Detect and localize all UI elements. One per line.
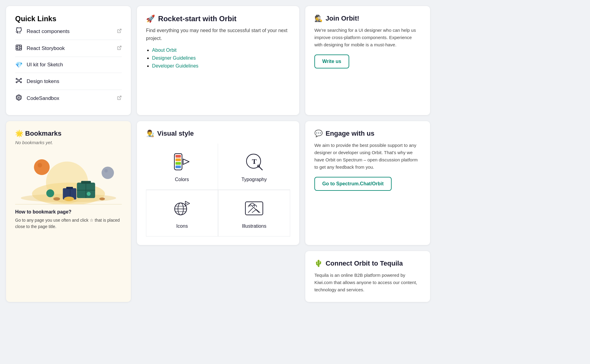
svg-point-31 xyxy=(53,197,60,200)
illustrations-label: Illustrations xyxy=(242,223,266,229)
github-icon xyxy=(15,27,22,35)
visual-icons-item[interactable]: Icons xyxy=(146,190,218,237)
codesandbox-icon xyxy=(15,94,22,102)
cactus-emoji: 🌵 xyxy=(314,260,323,267)
visual-style-card: 👨‍🎨 Visual style Colors xyxy=(137,121,299,245)
link-ui-kit[interactable]: 💎 UI kit for Sketch xyxy=(15,57,122,73)
svg-point-20 xyxy=(104,169,108,173)
bookmarks-subtitle: No bookmarks yet. xyxy=(15,140,122,145)
svg-point-21 xyxy=(46,189,54,197)
bookmarks-title: 🌟 Bookmarks xyxy=(15,130,122,137)
svg-line-9 xyxy=(19,79,21,80)
svg-text:T: T xyxy=(252,157,257,165)
connect-description: Tequila is an online B2B platform powere… xyxy=(314,272,421,293)
illustrations-icon xyxy=(243,197,265,219)
link-design-tokens-label: Design tokens xyxy=(27,78,59,84)
about-orbit-link[interactable]: About Orbit xyxy=(152,48,177,53)
link-react-storybook-label: React Storybook xyxy=(27,45,65,51)
svg-rect-28 xyxy=(66,187,73,189)
bookmark-how-to: How to bookmark page? Go to any page you… xyxy=(15,209,122,230)
artist-emoji: 👨‍🎨 xyxy=(146,130,154,137)
join-orbit-title: 🕵️ Join Orbit! xyxy=(314,15,421,22)
connect-card: 🌵 Connect Orbit to Tequila Tequila is an… xyxy=(305,251,430,302)
rocket-emoji: 🚀 xyxy=(146,15,155,23)
svg-rect-34 xyxy=(175,155,181,158)
bookmark-how-to-text: Go to any page you use often and click ☆… xyxy=(15,217,122,230)
spectrum-button[interactable]: Go to Spectrum.Chat/Orbit xyxy=(314,177,392,191)
visual-colors-item[interactable]: Colors xyxy=(146,144,218,190)
svg-point-30 xyxy=(64,197,74,201)
svg-rect-36 xyxy=(175,162,181,165)
colors-icon xyxy=(171,151,193,173)
storybook-icon xyxy=(15,44,22,52)
bookmark-how-to-title: How to bookmark page? xyxy=(15,209,122,215)
icons-label: Icons xyxy=(176,223,188,229)
link-codesandbox[interactable]: CodeSandbox xyxy=(15,90,122,107)
detective-emoji: 🕵️ xyxy=(314,15,323,22)
about-orbit-item[interactable]: About Orbit xyxy=(152,48,290,53)
designer-guidelines-item[interactable]: Designer Guidelines xyxy=(152,55,290,61)
colors-label: Colors xyxy=(175,177,189,182)
engage-description: We aim to provide the best possible supp… xyxy=(314,142,421,171)
quick-links-title: Quick Links xyxy=(15,15,122,23)
link-design-tokens[interactable]: Design tokens xyxy=(15,73,122,90)
write-us-button[interactable]: Write us xyxy=(314,55,349,68)
developer-guidelines-link[interactable]: Developer Guidelines xyxy=(152,63,198,68)
visual-grid: Colors T Typography xyxy=(146,144,290,237)
link-codesandbox-label: CodeSandbox xyxy=(27,95,59,101)
svg-line-10 xyxy=(17,81,18,82)
quick-links-list: React components React Storybook xyxy=(15,23,122,107)
link-ui-kit-label: UI kit for Sketch xyxy=(27,62,63,68)
typography-label: Typography xyxy=(241,177,267,182)
designer-guidelines-link[interactable]: Designer Guidelines xyxy=(152,55,196,61)
svg-line-8 xyxy=(17,79,18,80)
join-orbit-description: We're searching for a UI designer who ca… xyxy=(314,27,421,48)
external-link-icon xyxy=(117,28,122,35)
svg-line-2 xyxy=(119,46,121,48)
join-orbit-card: 🕵️ Join Orbit! We're searching for a UI … xyxy=(305,6,430,115)
svg-point-18 xyxy=(38,163,42,167)
visual-typography-item[interactable]: T Typography xyxy=(218,144,290,190)
rocket-start-card: 🚀 Rocket-start with Orbit Find everythin… xyxy=(137,6,299,115)
rocket-links-list: About Orbit Designer Guidelines Develope… xyxy=(146,48,290,69)
chat-emoji: 💬 xyxy=(314,130,323,137)
bookmarks-card: 🌟 Bookmarks No bookmarks yet. xyxy=(6,121,131,302)
external-link-icon-3 xyxy=(117,95,122,101)
tokens-icon xyxy=(15,77,22,85)
svg-point-19 xyxy=(101,167,114,179)
link-react-components-label: React components xyxy=(27,28,70,35)
visual-illustrations-item[interactable]: Illustrations xyxy=(218,190,290,237)
svg-line-13 xyxy=(119,96,121,98)
developer-guidelines-item[interactable]: Developer Guidelines xyxy=(152,63,290,69)
svg-line-40 xyxy=(259,167,262,170)
bookmark-illustration xyxy=(15,150,122,204)
rocket-start-description: Find everything you may need for the suc… xyxy=(146,27,290,42)
svg-point-32 xyxy=(99,197,105,200)
engage-card: 💬 Engage with us We aim to provide the b… xyxy=(305,121,430,245)
svg-point-17 xyxy=(34,159,50,175)
link-react-components[interactable]: React components xyxy=(15,23,122,40)
connect-title: 🌵 Connect Orbit to Tequila xyxy=(314,260,421,267)
external-link-icon-2 xyxy=(117,45,122,51)
svg-rect-35 xyxy=(175,158,181,161)
quick-links-card: Quick Links React components xyxy=(6,6,131,115)
svg-rect-1 xyxy=(16,45,22,50)
link-react-storybook[interactable]: React Storybook xyxy=(15,40,122,57)
svg-line-0 xyxy=(119,29,121,31)
svg-line-11 xyxy=(19,81,21,82)
sketch-icon: 💎 xyxy=(15,61,22,68)
engage-title: 💬 Engage with us xyxy=(314,130,421,137)
svg-point-26 xyxy=(87,192,91,196)
visual-style-title: 👨‍🎨 Visual style xyxy=(146,130,290,137)
typography-icon: T xyxy=(243,151,265,173)
svg-rect-37 xyxy=(175,166,181,168)
icons-icon xyxy=(171,197,193,219)
rocket-start-title: 🚀 Rocket-start with Orbit xyxy=(146,15,290,23)
